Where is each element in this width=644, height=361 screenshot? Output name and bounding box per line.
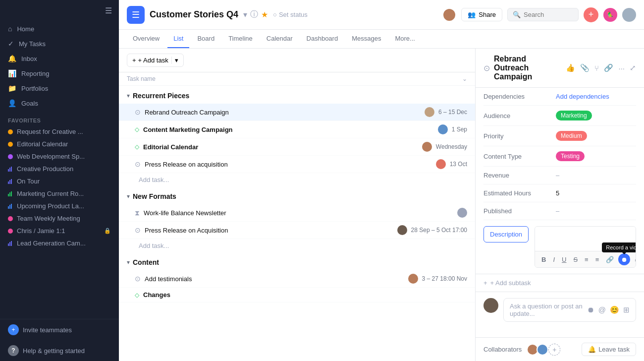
add-task-inline[interactable]: Add task... — [119, 239, 475, 252]
dropdown-arrow-icon[interactable]: ▾ — [171, 57, 178, 64]
link-icon[interactable]: 🔗 — [604, 63, 613, 72]
user-avatar-pink: 🦜 — [603, 8, 617, 22]
smile-icon[interactable]: 😊 — [610, 305, 619, 314]
chevron-down-icon[interactable]: ▾ — [243, 10, 247, 19]
italic-button[interactable]: I — [550, 254, 557, 265]
link-button[interactable]: 🔗 — [603, 254, 616, 265]
table-row[interactable]: ◇ Content Marketing Campaign 1 Sep — [119, 121, 475, 138]
add-task-button[interactable]: + + Add task ▾ — [127, 54, 184, 67]
plus-icon: + — [483, 279, 487, 287]
comment-placeholder: Ask a question or post an update... — [510, 302, 587, 317]
tab-overview[interactable]: Overview — [127, 30, 165, 48]
add-collaborator-button[interactable]: + — [548, 344, 560, 356]
sort-icon[interactable]: ⌄ — [462, 75, 467, 82]
task-meta: 13 Oct — [436, 159, 467, 169]
strikethrough-button[interactable]: S — [571, 254, 580, 265]
tab-calendar[interactable]: Calendar — [261, 30, 299, 48]
info-icon[interactable]: ⓘ — [250, 9, 258, 20]
at-icon[interactable]: @ — [598, 305, 606, 314]
bold-button[interactable]: B — [539, 254, 548, 265]
lock-icon: 🔒 — [104, 228, 111, 234]
section-header-new-formats[interactable]: ▾ New Formats — [119, 188, 475, 204]
avatar-group — [442, 8, 456, 22]
audience-badge[interactable]: Marketing — [556, 111, 592, 120]
sidebar-item-reporting[interactable]: 📊 Reporting — [0, 66, 119, 81]
task-date: 28 Sep – 5 Oct 17:00 — [411, 227, 467, 234]
table-row[interactable]: ⧗ Work-life Balance Newsletter — [119, 204, 475, 222]
share-button[interactable]: 👥 Share — [461, 8, 502, 21]
table-row[interactable]: ◇ Editorial Calendar Wednesday — [119, 138, 475, 156]
set-status-button[interactable]: ○ Set status — [273, 11, 308, 18]
section-header-recurrent[interactable]: ▾ Recurrent Pieces — [119, 88, 475, 104]
table-row[interactable]: ⊙ Add testimonials 3 – 27 18:00 Nov — [119, 270, 475, 288]
main-content: ☰ Customer Stories Q4 ▾ ⓘ ★ ○ Set status… — [119, 0, 644, 361]
add-task-inline[interactable]: Add task... — [119, 173, 475, 186]
section-header-content[interactable]: ▾ Content — [119, 254, 475, 270]
more-icon[interactable]: ··· — [618, 64, 625, 72]
section-content: ▾ Content ⊙ Add testimonials 3 – 27 18:0… — [119, 252, 475, 302]
leave-task-button[interactable]: 🔔 Leave task — [582, 343, 636, 356]
field-estimated-hours: Estimated Hours 5 — [483, 184, 636, 202]
star-icon[interactable]: ★ — [261, 10, 268, 19]
at-mention-button[interactable]: @ — [632, 254, 636, 265]
tab-list[interactable]: List — [167, 30, 189, 48]
sidebar-item-my-tasks[interactable]: ✓ My Tasks — [0, 36, 119, 51]
record-icon[interactable]: ⏺ — [587, 305, 594, 314]
table-row[interactable]: ◇ Changes — [119, 288, 475, 302]
table-row[interactable]: ⊙ Rebrand Outreach Campaign 6 – 15 Dec — [119, 104, 475, 121]
description-input[interactable] — [535, 227, 636, 249]
sidebar-item-team-weekly[interactable]: Team Weekly Meeting — [0, 212, 119, 225]
comment-input-wrap[interactable]: Ask a question or post an update... ⏺ @ … — [503, 298, 636, 322]
sidebar-item-portfolios[interactable]: 📁 Portfolios — [0, 81, 119, 96]
leave-task-label: Leave task — [598, 346, 630, 353]
tab-dashboard[interactable]: Dashboard — [301, 30, 344, 48]
field-value[interactable]: 5 — [556, 189, 636, 197]
apps-icon[interactable]: ⊞ — [623, 305, 630, 314]
sidebar-item-request-creative[interactable]: Request for Creative ... — [0, 125, 119, 138]
sidebar-item-on-tour[interactable]: On Tour — [0, 175, 119, 187]
table-row[interactable]: ⊙ Press Release on acquisition 13 Oct — [119, 156, 475, 173]
sidebar-item-creative-production[interactable]: Creative Production — [0, 163, 119, 175]
underline-button[interactable]: U — [559, 254, 569, 265]
search-input[interactable] — [524, 11, 573, 18]
attachment-icon[interactable]: 📎 — [580, 63, 590, 72]
sidebar-item-goals[interactable]: 👤 Goals — [0, 96, 119, 111]
task-toolbar: + + Add task ▾ — [119, 49, 475, 72]
tab-more[interactable]: More... — [389, 30, 421, 48]
numbered-list-button[interactable]: ≡ — [593, 254, 602, 265]
expand-icon[interactable]: ⤢ — [630, 63, 636, 72]
add-subtask-button[interactable]: + + Add subtask — [476, 274, 644, 292]
sidebar-item-web-dev[interactable]: Web Development Sp... — [0, 150, 119, 163]
content-type-badge[interactable]: Testing — [556, 151, 585, 161]
table-row[interactable]: ⊙ Press Release on Acquisition 28 Sep – … — [119, 222, 475, 239]
sidebar-item-editorial-calendar[interactable]: Editorial Calendar — [0, 138, 119, 150]
sidebar-item-inbox[interactable]: 🔔 Inbox — [0, 51, 119, 66]
tab-timeline[interactable]: Timeline — [222, 30, 259, 48]
help-item[interactable]: ? Help & getting started — [0, 340, 119, 361]
record-video-button[interactable]: ⏺ — [618, 253, 630, 265]
add-button[interactable]: + — [584, 7, 598, 22]
invite-teammates-item[interactable]: + Invite teammates — [0, 319, 119, 340]
sidebar-item-lead-generation[interactable]: Lead Generation Cam... — [0, 237, 119, 249]
sidebar-toggle-icon[interactable]: ☰ — [105, 6, 112, 15]
sidebar-item-upcoming-product[interactable]: Upcoming Product La... — [0, 200, 119, 212]
thumbs-up-icon[interactable]: 👍 — [566, 63, 575, 72]
task-list-header: Task name ⌄ — [119, 72, 475, 86]
tab-board[interactable]: Board — [191, 30, 220, 48]
field-value[interactable]: Add dependencies — [556, 93, 636, 100]
priority-badge[interactable]: Medium — [556, 131, 587, 141]
sidebar-item-home[interactable]: ⌂ Home — [0, 21, 119, 36]
sidebar-item-marketing-current[interactable]: Marketing Current Ro... — [0, 187, 119, 200]
check-circle-icon: ⊙ — [135, 275, 141, 283]
column-name-header: Task name — [127, 75, 462, 82]
description-editor[interactable]: B I U S ≡ ≡ 🔗 ⏺ Record a video @ 😊 — [535, 226, 636, 268]
comment-area: Ask a question or post an update... ⏺ @ … — [476, 292, 644, 328]
tab-messages[interactable]: Messages — [346, 30, 387, 48]
branch-icon[interactable]: ⑂ — [594, 64, 599, 72]
description-button[interactable]: Description — [483, 226, 529, 242]
task-meta — [457, 208, 467, 218]
sidebar-item-chris-jamie[interactable]: Chris / Jamie 1:1 🔒 — [0, 225, 119, 237]
search-box[interactable]: 🔍 — [507, 8, 579, 21]
task-status-icon[interactable]: ⊙ — [483, 63, 490, 73]
bullet-list-button[interactable]: ≡ — [582, 254, 591, 265]
